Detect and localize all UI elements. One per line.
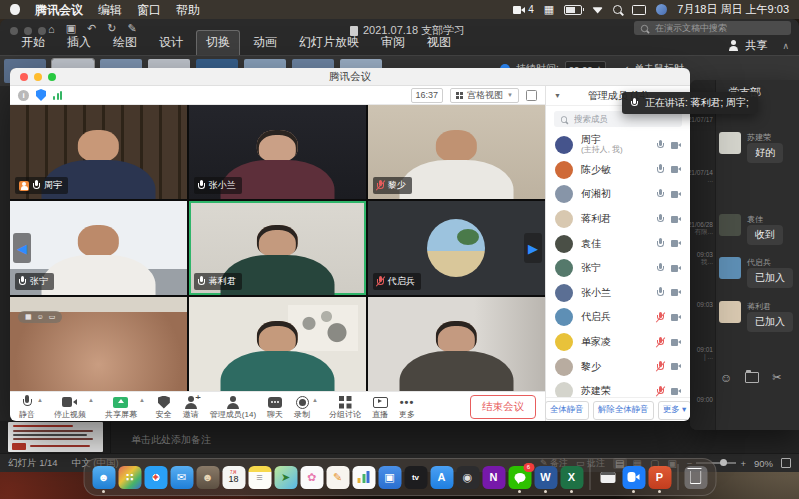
dock-screen-recorder-icon[interactable]: ◉	[456, 466, 479, 489]
share-cluster[interactable]: 共享 ∧	[728, 38, 789, 53]
ppt-search-box[interactable]	[634, 21, 791, 35]
avatar[interactable]	[719, 257, 741, 279]
toolbar-screen-share-button[interactable]: 共享屏幕▲	[105, 395, 145, 419]
ribbon-tab[interactable]: 插入	[58, 31, 100, 55]
zoom-button[interactable]	[48, 73, 56, 81]
video-tile-jianglijun-speaking[interactable]: 蒋利君	[189, 201, 366, 295]
member-mic-icon[interactable]	[657, 312, 664, 323]
end-meeting-button[interactable]: 结束会议	[470, 395, 536, 419]
dock-minimized-window-icon[interactable]	[596, 466, 619, 489]
member-mic-icon[interactable]	[657, 287, 664, 298]
screenshot-scissors-icon[interactable]: ✂	[772, 371, 781, 384]
toolbar-chat-button[interactable]: 聊天	[267, 395, 283, 419]
ribbon-tab[interactable]: 动画	[244, 31, 286, 55]
toolbar-breakout-button[interactable]: 分组讨论	[329, 395, 361, 419]
dock-trash-icon[interactable]	[684, 466, 707, 489]
toolbar-live-button[interactable]: 直播	[372, 395, 388, 419]
member-row[interactable]: 袁佳	[546, 231, 690, 256]
dock-powerpoint-icon[interactable]: P	[648, 466, 671, 489]
member-mic-icon[interactable]	[657, 140, 664, 151]
emoji-icon[interactable]: ☺	[720, 372, 732, 384]
member-mic-icon[interactable]	[657, 164, 664, 175]
menu-arrow-icon[interactable]: ▲	[88, 397, 94, 403]
member-camera-icon[interactable]	[671, 339, 681, 346]
avatar[interactable]	[719, 301, 741, 323]
chat-list-timestamp[interactable]: 09:00	[697, 396, 713, 403]
input-grid-icon[interactable]: ▦	[544, 4, 554, 15]
slide-1-thumbnail[interactable]	[8, 422, 103, 452]
member-row[interactable]: 黎少	[546, 354, 690, 379]
video-tile-teal-shirt[interactable]	[189, 297, 366, 391]
member-camera-icon[interactable]	[671, 289, 681, 296]
dock-contacts-icon[interactable]: ☻	[196, 466, 219, 489]
member-mic-icon[interactable]	[657, 238, 664, 249]
meeting-info-icon[interactable]: i	[18, 90, 29, 101]
chat-list-timestamp[interactable]: 21/07/14...	[688, 169, 713, 183]
dock-notes-icon[interactable]: ≡	[248, 466, 271, 489]
member-mic-icon[interactable]	[657, 214, 664, 225]
toolbar-mic-button[interactable]: 静音▲	[19, 395, 43, 419]
menu-arrow-icon[interactable]: ▲	[139, 397, 145, 403]
member-row[interactable]: 张小兰	[546, 281, 690, 306]
dock-wechat-icon[interactable]: 6	[508, 466, 531, 489]
chat-list-timestamp[interactable]: 09:01| ...	[697, 346, 713, 360]
dock-apple-tv-icon[interactable]: tv	[404, 466, 427, 489]
ribbon-tab[interactable]: 切换	[196, 30, 240, 55]
wifi-icon[interactable]	[592, 6, 603, 14]
member-mic-icon[interactable]	[657, 386, 664, 397]
ribbon-tab[interactable]: 审阅	[372, 31, 414, 55]
member-row[interactable]: 周宇(主持人, 我)	[546, 133, 690, 158]
dock-excel-icon[interactable]: X	[560, 466, 583, 489]
member-mic-icon[interactable]	[657, 361, 664, 372]
menu-item[interactable]: 帮助	[176, 3, 200, 17]
ribbon-tab[interactable]: 幻灯片放映	[290, 31, 368, 55]
video-tile-lishao[interactable]: 黎少	[368, 105, 545, 199]
dock-finder-icon[interactable]: ☻	[92, 466, 115, 489]
menu-item[interactable]: 腾讯会议	[35, 3, 83, 17]
collapse-triangle-icon[interactable]: ▼	[554, 92, 561, 99]
display-icon[interactable]	[632, 5, 646, 15]
member-camera-icon[interactable]	[671, 142, 681, 149]
chat-list-timestamp[interactable]: 09:03	[697, 301, 713, 308]
member-row[interactable]: 蒋利君	[546, 207, 690, 232]
member-camera-icon[interactable]	[671, 388, 681, 395]
chat-list-timestamp[interactable]: 21/07/17	[688, 116, 713, 123]
zoom-level[interactable]: 90%	[754, 458, 773, 469]
member-camera-icon[interactable]	[671, 314, 681, 321]
control-center-icon[interactable]	[656, 4, 667, 15]
panel-footer-button[interactable]: 解除全体静音	[593, 401, 654, 420]
previous-page-arrow[interactable]: ◀	[13, 233, 31, 263]
ribbon-collapse-icon[interactable]: ∧	[782, 41, 789, 51]
member-mic-icon[interactable]	[657, 189, 664, 200]
dock-launchpad-icon[interactable]: ∷	[118, 466, 141, 489]
member-camera-icon[interactable]	[671, 265, 681, 272]
video-tile-dark-hair[interactable]	[368, 297, 545, 391]
zoom-knob[interactable]	[720, 459, 727, 466]
video-tile-zhangxiaolan[interactable]: 张小兰	[189, 105, 366, 199]
video-tile-daiqibing[interactable]: 代启兵	[368, 201, 545, 295]
avatar[interactable]	[719, 132, 741, 154]
wechat-chat-list-edge[interactable]: 21/07/1721/07/14...21/06/28有限...09:03我..…	[690, 80, 716, 430]
panel-footer-button[interactable]: 全体静音	[545, 401, 589, 420]
video-tile-zhangning[interactable]: 张宁	[10, 201, 187, 295]
panel-footer-button[interactable]: 更多 ▾	[658, 401, 690, 420]
member-mic-icon[interactable]	[657, 263, 664, 274]
dock-maps-icon[interactable]: ➤	[274, 466, 297, 489]
member-mic-icon[interactable]	[657, 337, 664, 348]
dock-safari-icon[interactable]: ✦	[144, 466, 167, 489]
member-row[interactable]: 代启兵	[546, 305, 690, 330]
file-icon[interactable]	[745, 372, 759, 383]
menu-arrow-icon[interactable]: ▲	[312, 397, 318, 403]
menu-item[interactable]: 编辑	[98, 3, 122, 17]
dock-app-store-icon[interactable]: A	[430, 466, 453, 489]
dock-tencent-meeting-icon[interactable]	[622, 466, 645, 489]
member-camera-icon[interactable]	[671, 363, 681, 370]
layout-view-button[interactable]: 宫格视图 ▼	[450, 88, 519, 103]
ribbon-tab[interactable]: 绘图	[104, 31, 146, 55]
toolbar-more-button[interactable]: •••更多	[399, 395, 415, 419]
member-row[interactable]: 何湘初	[546, 182, 690, 207]
chat-list-timestamp[interactable]: 09:03我...	[697, 251, 713, 267]
toolbar-record-button[interactable]: 录制▲	[294, 395, 318, 419]
minimize-button[interactable]	[34, 73, 42, 81]
fit-to-window-icon[interactable]	[781, 458, 791, 468]
